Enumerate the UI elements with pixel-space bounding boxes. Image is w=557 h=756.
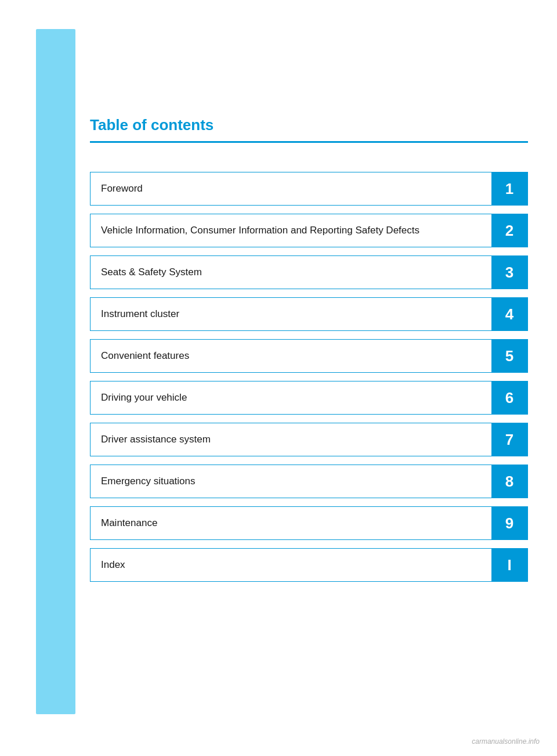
toc-number-driver-assistance: 7: [491, 423, 527, 456]
toc-number-seats-safety: 3: [491, 256, 527, 289]
toc-entry-driving-your-vehicle[interactable]: Driving your vehicle6: [90, 381, 528, 415]
toc-number-index: I: [491, 549, 527, 581]
toc-label-vehicle-info: Vehicle Information, Consumer Informatio…: [91, 214, 491, 247]
sidebar-bar: [36, 29, 75, 714]
title-divider: [90, 141, 528, 143]
toc-label-driving-your-vehicle: Driving your vehicle: [91, 381, 491, 414]
toc-label-emergency-situations: Emergency situations: [91, 465, 491, 498]
toc-label-driver-assistance: Driver assistance system: [91, 423, 491, 456]
toc-entry-foreword[interactable]: Foreword1: [90, 172, 528, 206]
toc-label-instrument-cluster: Instrument cluster: [91, 298, 491, 330]
toc-number-maintenance: 9: [491, 507, 527, 539]
page-container: Table of contents Foreword1Vehicle Infor…: [0, 0, 557, 756]
toc-number-emergency-situations: 8: [491, 465, 527, 498]
toc-label-convenient-features: Convenient features: [91, 340, 491, 372]
toc-entry-vehicle-info[interactable]: Vehicle Information, Consumer Informatio…: [90, 214, 528, 247]
toc-number-vehicle-info: 2: [491, 214, 527, 247]
toc-entry-convenient-features[interactable]: Convenient features5: [90, 339, 528, 373]
toc-entry-emergency-situations[interactable]: Emergency situations8: [90, 465, 528, 498]
toc-entry-maintenance[interactable]: Maintenance9: [90, 506, 528, 540]
toc-number-instrument-cluster: 4: [491, 298, 527, 330]
toc-label-foreword: Foreword: [91, 172, 491, 205]
toc-entry-driver-assistance[interactable]: Driver assistance system7: [90, 423, 528, 456]
toc-label-maintenance: Maintenance: [91, 507, 491, 539]
toc-entries: Foreword1Vehicle Information, Consumer I…: [90, 172, 528, 582]
page-title: Table of contents: [90, 116, 528, 134]
toc-label-seats-safety: Seats & Safety System: [91, 256, 491, 289]
toc-number-foreword: 1: [491, 172, 527, 205]
toc-entry-instrument-cluster[interactable]: Instrument cluster4: [90, 297, 528, 331]
toc-label-index: Index: [91, 549, 491, 581]
toc-number-convenient-features: 5: [491, 340, 527, 372]
toc-entry-seats-safety[interactable]: Seats & Safety System3: [90, 255, 528, 289]
toc-entry-index[interactable]: IndexI: [90, 548, 528, 582]
footer-watermark: carmanualsonline.info: [472, 737, 540, 746]
toc-number-driving-your-vehicle: 6: [491, 381, 527, 414]
main-content: Table of contents Foreword1Vehicle Infor…: [90, 116, 528, 582]
